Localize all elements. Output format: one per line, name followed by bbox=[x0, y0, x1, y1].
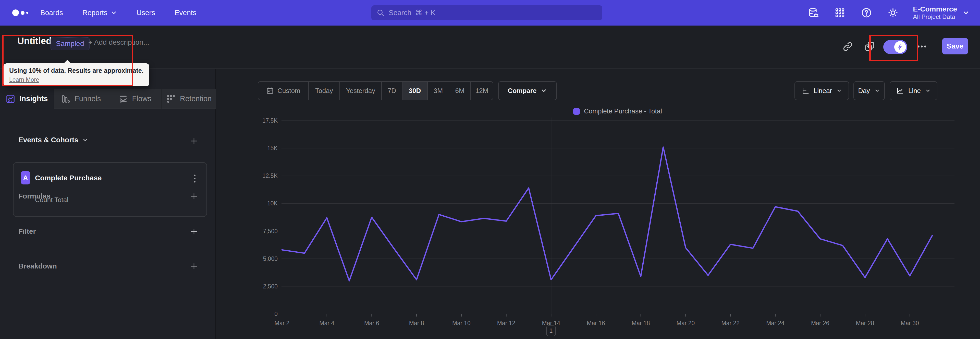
add-filter-button[interactable] bbox=[188, 226, 200, 237]
chevron-down-icon bbox=[962, 9, 970, 17]
nav-item-users[interactable]: Users bbox=[137, 9, 155, 17]
svg-text:5,000: 5,000 bbox=[263, 256, 278, 262]
date-range-today[interactable]: Today bbox=[308, 82, 339, 100]
date-range-control: Custom Today Yesterday 7D 30D 3M 6M 12M bbox=[258, 81, 493, 100]
retention-grid-icon bbox=[166, 94, 176, 104]
chevron-down-icon bbox=[82, 137, 89, 143]
nav-item-boards[interactable]: Boards bbox=[40, 9, 63, 17]
tab-insights[interactable]: Insights bbox=[0, 89, 54, 109]
date-range-custom[interactable]: Custom bbox=[258, 82, 308, 100]
add-formula-button[interactable] bbox=[188, 190, 200, 202]
nav-item-reports[interactable]: Reports bbox=[83, 9, 117, 17]
svg-text:7,500: 7,500 bbox=[263, 228, 278, 235]
sampling-toggle[interactable] bbox=[883, 40, 907, 54]
section-formulas: Formulas bbox=[18, 192, 51, 200]
calendar-icon bbox=[266, 87, 274, 94]
project-switcher[interactable]: E-Commerce All Project Data bbox=[913, 5, 970, 21]
section-breakdown: Breakdown bbox=[18, 262, 57, 270]
add-event-button[interactable] bbox=[188, 135, 200, 147]
chevron-down-icon bbox=[541, 87, 547, 94]
tab-retention[interactable]: Retention bbox=[162, 89, 216, 109]
event-options-icon[interactable] bbox=[189, 173, 200, 184]
svg-text:Mar 6: Mar 6 bbox=[364, 320, 379, 326]
line-chart-svg: 02,5005,0007,50010K12.5K15K17.5KMar 2Mar… bbox=[255, 110, 980, 335]
event-name[interactable]: Complete Purchase bbox=[35, 174, 102, 182]
query-builder-sidebar: Insights Funnels Flows Retention Events … bbox=[0, 69, 216, 339]
sampling-toggle-knob bbox=[894, 41, 906, 53]
page-indicator[interactable]: 1 bbox=[546, 325, 556, 336]
funnels-bars-icon bbox=[61, 94, 70, 104]
svg-text:Mar 10: Mar 10 bbox=[452, 320, 471, 326]
learn-more-link[interactable]: Learn More bbox=[9, 77, 39, 83]
svg-text:10K: 10K bbox=[267, 200, 278, 207]
copy-link-icon[interactable] bbox=[841, 40, 854, 53]
search-icon bbox=[376, 9, 385, 17]
svg-text:15K: 15K bbox=[267, 145, 278, 152]
sampling-tooltip: Using 10% of data. Results are approxima… bbox=[3, 63, 149, 86]
svg-text:Mar 22: Mar 22 bbox=[721, 320, 740, 326]
svg-text:Mar 28: Mar 28 bbox=[856, 320, 874, 326]
mixpanel-logo-icon[interactable] bbox=[12, 10, 40, 16]
lightning-bolt-icon bbox=[896, 43, 904, 51]
sampled-badge[interactable]: Sampled bbox=[51, 37, 89, 50]
svg-text:2,500: 2,500 bbox=[263, 283, 278, 290]
insights-chart-icon bbox=[6, 94, 15, 104]
compare-button[interactable]: Compare bbox=[498, 81, 557, 100]
svg-text:Mar 8: Mar 8 bbox=[409, 320, 424, 326]
event-card[interactable]: A Complete Purchase Count Total bbox=[13, 162, 207, 217]
report-title[interactable]: Untitled bbox=[18, 36, 52, 46]
svg-text:Mar 16: Mar 16 bbox=[587, 320, 605, 326]
chevron-down-icon bbox=[874, 88, 880, 94]
tab-funnels[interactable]: Funnels bbox=[54, 89, 108, 109]
date-range-7d[interactable]: 7D bbox=[381, 82, 402, 100]
project-scope: All Project Data bbox=[913, 13, 957, 21]
scale-dropdown[interactable]: Linear bbox=[794, 81, 849, 100]
tab-flows[interactable]: Flows bbox=[108, 89, 162, 109]
chart-type-dropdown[interactable]: Line bbox=[890, 81, 937, 100]
search-input-wrap bbox=[371, 5, 602, 20]
date-range-yesterday[interactable]: Yesterday bbox=[339, 82, 381, 100]
svg-text:Mar 30: Mar 30 bbox=[900, 320, 919, 326]
project-name: E-Commerce bbox=[913, 5, 957, 14]
granularity-dropdown[interactable]: Day bbox=[853, 81, 885, 100]
svg-text:17.5K: 17.5K bbox=[262, 117, 278, 124]
search-input[interactable] bbox=[389, 9, 597, 17]
add-breakdown-button[interactable] bbox=[188, 261, 200, 272]
top-navbar: Boards Reports Users Events E-Commerce bbox=[0, 0, 980, 26]
svg-text:Mar 20: Mar 20 bbox=[676, 320, 695, 326]
date-range-3m[interactable]: 3M bbox=[427, 82, 449, 100]
section-filter: Filter bbox=[18, 227, 36, 235]
settings-gear-icon[interactable] bbox=[886, 6, 900, 19]
svg-text:Mar 24: Mar 24 bbox=[766, 320, 784, 326]
svg-text:Mar 26: Mar 26 bbox=[811, 320, 829, 326]
chevron-down-icon bbox=[836, 88, 842, 94]
event-series-badge: A bbox=[21, 171, 30, 184]
svg-text:Mar 4: Mar 4 bbox=[319, 320, 334, 326]
nav-item-events[interactable]: Events bbox=[175, 9, 197, 17]
linear-axis-icon bbox=[801, 86, 810, 95]
titlebar-divider bbox=[936, 38, 936, 55]
add-description-button[interactable]: + Add description... bbox=[88, 38, 149, 46]
help-icon[interactable] bbox=[860, 6, 873, 19]
svg-text:0: 0 bbox=[274, 311, 278, 317]
data-management-icon[interactable] bbox=[807, 6, 820, 19]
report-type-tabs: Insights Funnels Flows Retention bbox=[0, 89, 216, 109]
save-button[interactable]: Save bbox=[942, 38, 968, 54]
report-title-bar bbox=[0, 26, 980, 69]
chevron-down-icon bbox=[110, 10, 117, 16]
add-to-board-icon[interactable] bbox=[863, 40, 877, 53]
tooltip-text: Using 10% of data. Results are approxima… bbox=[9, 67, 144, 74]
chevron-down-icon bbox=[925, 88, 931, 94]
events-cohorts-header[interactable]: Events & Cohorts bbox=[18, 136, 89, 144]
apps-grid-icon[interactable] bbox=[833, 6, 846, 19]
line-chart-icon bbox=[896, 86, 904, 95]
flows-icon bbox=[118, 94, 128, 104]
date-range-12m[interactable]: 12M bbox=[470, 82, 493, 100]
svg-text:Mar 18: Mar 18 bbox=[632, 320, 650, 326]
more-options-icon[interactable] bbox=[915, 40, 928, 53]
svg-text:Mar 2: Mar 2 bbox=[275, 320, 290, 326]
svg-text:Mar 12: Mar 12 bbox=[497, 320, 515, 326]
svg-text:12.5K: 12.5K bbox=[262, 173, 278, 179]
date-range-30d[interactable]: 30D bbox=[402, 82, 427, 100]
date-range-6m[interactable]: 6M bbox=[449, 82, 470, 100]
